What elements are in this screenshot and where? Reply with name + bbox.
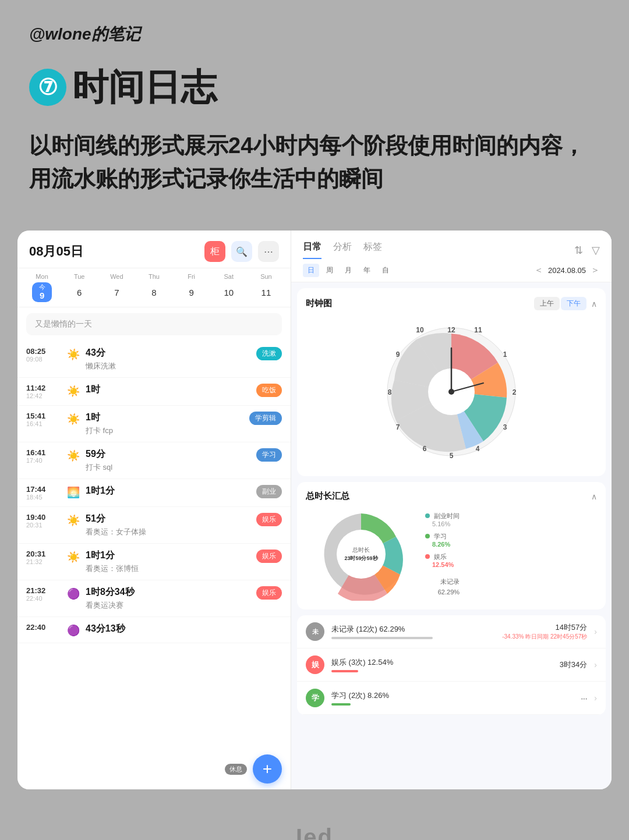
tag-entertainment-2: 娱乐 xyxy=(256,550,282,563)
tab-daily[interactable]: 日常 xyxy=(303,241,321,259)
summary-list: 未 未记录 (12次) 62.29% 14时57分 -34.33% 昨日同期 2… xyxy=(297,615,606,715)
view-year[interactable]: 年 xyxy=(359,264,375,277)
timeline-item-2[interactable]: 11:42 12:42 ☀️ 1时 吃饭 xyxy=(17,378,291,406)
prev-date-arrow[interactable]: ＜ xyxy=(534,264,543,277)
date-range: ＜ 2024.08.05 ＞ xyxy=(534,264,600,277)
edit-icon-button[interactable]: 柜 xyxy=(204,241,225,262)
week-day-sun[interactable]: Sun 11 xyxy=(248,273,285,302)
summary-study[interactable]: 学 学习 (2次) 8.26% ··· › xyxy=(297,682,606,715)
view-custom[interactable]: 自 xyxy=(377,264,394,277)
outside-label: 未记录 62.29% xyxy=(425,576,460,597)
week-day-wed[interactable]: Wed 7 xyxy=(98,273,135,302)
clock-svg: 12 1 2 3 4 5 6 7 8 9 10 11 xyxy=(381,322,521,462)
tag-eat: 吃饭 xyxy=(256,384,282,397)
watermark: @wlone的笔记 xyxy=(29,23,600,45)
tag-wash: 洗漱 xyxy=(256,347,282,360)
donut-area: 总时长 23时59分59秒 副业时间 5.16% 学习 8.26% xyxy=(306,508,597,601)
right-header: 日常 分析 标签 ⇅ ▽ xyxy=(291,231,612,259)
timeline-item-4[interactable]: 16:41 17:40 ☀️ 59分 打卡 sql 学习 xyxy=(17,442,291,479)
week-day-tue[interactable]: Tue 6 xyxy=(61,273,98,302)
main-tabs: 日常 分析 标签 xyxy=(303,241,382,259)
date-title: 08月05日 xyxy=(29,243,83,260)
svg-text:总时长: 总时长 xyxy=(352,547,370,553)
svg-text:12: 12 xyxy=(447,326,455,334)
subtitle-text: 以时间线的形式展示24小时内每个阶段使用时间的内容，用流水账的形式记录你生活中的… xyxy=(29,129,600,196)
summary-arrow-unrecorded: › xyxy=(594,627,597,636)
donut-title: 总时长汇总 xyxy=(306,491,349,502)
left-panel: 08月05日 柜 🔍 ⋯ Mon 今 9 xyxy=(17,231,291,789)
more-icon-button[interactable]: ⋯ xyxy=(258,241,279,262)
filter-icon[interactable]: ⇅ xyxy=(574,244,583,257)
toggle-pm[interactable]: 下午 xyxy=(561,297,586,310)
timeline-item-7[interactable]: 20:31 21:32 ☀️ 1时1分 看奥运：张博恒 娱乐 xyxy=(17,544,291,580)
view-week[interactable]: 周 xyxy=(321,264,338,277)
svg-point-4 xyxy=(448,389,454,395)
sticky-note: 又是懒惰的一天 xyxy=(26,313,282,335)
timeline-item-8[interactable]: 21:32 22:40 🟣 1时8分34秒 看奥运决赛 娱乐 xyxy=(17,580,291,617)
timeline-item-5[interactable]: 17:44 18:45 🌅 1时1分 副业 xyxy=(17,479,291,507)
timeline-area: 又是懒惰的一天 08:25 09:08 ☀️ 43分 懒床洗漱 洗漱 xyxy=(17,307,291,749)
svg-text:6: 6 xyxy=(423,445,427,453)
clock-collapse-icon[interactable]: ∧ xyxy=(591,299,597,309)
tag-side: 副业 xyxy=(256,485,282,498)
bottom-label: Ied xyxy=(0,813,629,840)
page-title: 时间日志 xyxy=(72,63,217,112)
svg-text:9: 9 xyxy=(396,350,400,359)
tag-entertainment-1: 娱乐 xyxy=(256,513,282,526)
timeline-item-1[interactable]: 08:25 09:08 ☀️ 43分 懒床洗漱 洗漱 xyxy=(17,341,291,378)
header-icons: 柜 🔍 ⋯ xyxy=(204,241,279,262)
rest-tag: 休息 xyxy=(225,764,247,775)
timeline-item-6[interactable]: 19:40 20:31 ☀️ 51分 看奥运：女子体操 娱乐 xyxy=(17,507,291,544)
tag-entertainment-3: 娱乐 xyxy=(256,586,282,600)
donut-collapse-icon[interactable]: ∧ xyxy=(591,492,597,501)
left-header: 08月05日 柜 🔍 ⋯ xyxy=(17,231,291,268)
add-button[interactable]: + xyxy=(253,754,282,784)
tab-tags[interactable]: 标签 xyxy=(363,241,382,259)
title-badge: ⑦ xyxy=(29,69,66,106)
right-panel: 日常 分析 标签 ⇅ ▽ 日 周 月 年 自 ＜ 2024.08.05 ＞ xyxy=(291,231,612,789)
svg-text:11: 11 xyxy=(474,326,482,334)
tab-analysis[interactable]: 分析 xyxy=(333,241,352,259)
svg-text:10: 10 xyxy=(416,326,424,334)
tag-edit: 学剪辑 xyxy=(249,412,282,425)
tag-study: 学习 xyxy=(256,448,282,462)
week-day-fri[interactable]: Fri 9 xyxy=(173,273,210,302)
svg-text:1: 1 xyxy=(503,350,507,359)
summary-unrecorded[interactable]: 未 未记录 (12次) 62.29% 14时57分 -34.33% 昨日同期 2… xyxy=(297,615,606,648)
clock-section-header: 时钟图 上午 下午 ∧ xyxy=(306,297,597,310)
svg-text:4: 4 xyxy=(476,445,480,453)
clock-title: 时钟图 xyxy=(306,298,332,309)
next-date-arrow[interactable]: ＞ xyxy=(591,264,600,277)
timeline-item-9[interactable]: 22:40 🟣 43分13秒 xyxy=(17,617,291,643)
toggle-am[interactable]: 上午 xyxy=(534,297,560,310)
date-nav: 日 周 月 年 自 ＜ 2024.08.05 ＞ xyxy=(291,259,612,282)
view-day[interactable]: 日 xyxy=(303,264,319,277)
svg-text:3: 3 xyxy=(503,423,507,431)
week-calendar: Mon 今 9 Tue 6 Wed 7 Thu 8 xyxy=(17,268,291,307)
legend-study: 学习 8.26% xyxy=(425,532,460,548)
summary-entertainment[interactable]: 娱 娱乐 (3次) 12.54% 3时34分 › xyxy=(297,648,606,682)
svg-text:2: 2 xyxy=(513,388,517,396)
funnel-icon[interactable]: ▽ xyxy=(592,244,600,257)
today-column[interactable]: Mon 今 9 xyxy=(23,273,61,302)
clock-chart: 12 1 2 3 4 5 6 7 8 9 10 11 xyxy=(306,316,597,467)
donut-svg: 总时长 23时59分59秒 xyxy=(306,508,416,601)
svg-text:5: 5 xyxy=(450,452,454,460)
summary-arrow-study: › xyxy=(594,693,597,703)
view-month[interactable]: 月 xyxy=(340,264,356,277)
donut-section-header: 总时长汇总 ∧ xyxy=(306,491,597,502)
svg-text:23时59分59秒: 23时59分59秒 xyxy=(344,555,378,561)
view-tabs: 日 周 月 年 自 xyxy=(303,264,394,277)
am-pm-toggle: 上午 下午 xyxy=(534,297,586,310)
timeline-item-3[interactable]: 15:41 16:41 ☀️ 1时 打卡 fcp 学剪辑 xyxy=(17,406,291,442)
donut-legend: 副业时间 5.16% 学习 8.26% 娱乐 12.54% 未记录 xyxy=(425,512,460,597)
search-icon-button[interactable]: 🔍 xyxy=(231,241,252,262)
svg-point-17 xyxy=(337,530,386,579)
week-day-thu[interactable]: Thu 8 xyxy=(135,273,172,302)
summary-arrow-entertainment: › xyxy=(594,660,597,669)
week-day-sat[interactable]: Sat 10 xyxy=(210,273,248,302)
clock-section: 时钟图 上午 下午 ∧ xyxy=(297,288,606,476)
donut-section: 总时长汇总 ∧ xyxy=(297,482,606,609)
svg-text:8: 8 xyxy=(388,388,392,396)
legend-side: 副业时间 5.16% xyxy=(425,512,460,527)
